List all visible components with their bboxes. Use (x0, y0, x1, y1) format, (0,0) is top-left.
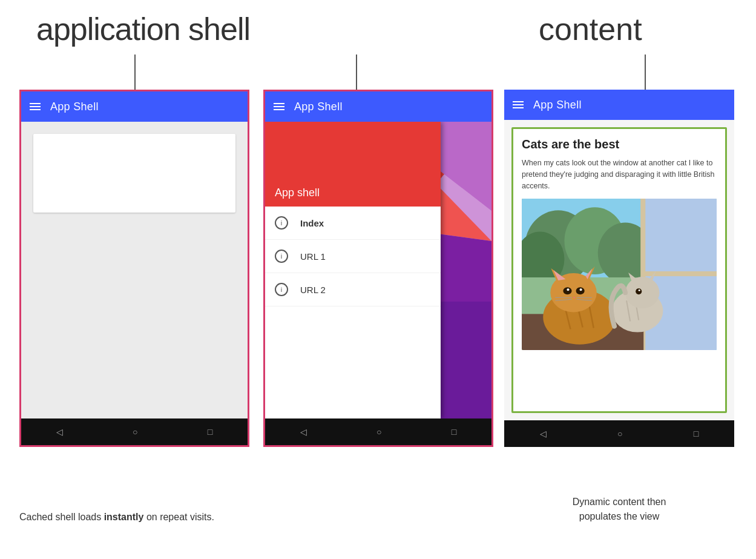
caption-right: Dynamic content then populates the view (504, 495, 734, 524)
drawer-item-url2: i URL 2 (265, 273, 441, 306)
label-content: content (539, 11, 642, 47)
phone3-app-bar: App Shell (504, 90, 734, 120)
phone1-content (21, 122, 248, 418)
arrow-center (356, 55, 357, 94)
label-application-shell: application shell (36, 11, 250, 47)
phone3-content: Cats are the best When my cats look out … (504, 120, 734, 420)
svg-point-27 (576, 287, 585, 294)
info-icon-url1: i (275, 250, 288, 263)
recent-icon: □ (208, 427, 212, 437)
drawer-header: App shell (265, 122, 441, 207)
content-card: Cats are the best When my cats look out … (511, 127, 727, 413)
drawer-label-url2: URL 2 (300, 285, 326, 295)
caption-left-part2: on repeat visits. (143, 512, 214, 522)
phone3-app-title: App Shell (533, 99, 582, 111)
phone2-home-icon: ○ (376, 427, 381, 437)
cat-image (522, 199, 717, 350)
phone3-recent-icon: □ (694, 429, 698, 438)
caption-right-line1: Dynamic content then (573, 497, 666, 507)
svg-point-38 (625, 277, 659, 308)
back-icon: ◁ (56, 427, 63, 437)
drawer-items: i Index i URL 1 i URL 2 (265, 207, 441, 418)
svg-point-29 (580, 288, 582, 291)
drawer-header-title: App shell (275, 187, 320, 199)
drawer-item-index: i Index (265, 207, 441, 240)
phone2-nav-bar: ◁ ○ □ (265, 418, 491, 445)
svg-point-28 (567, 288, 569, 291)
phone3-hamburger-icon (513, 101, 524, 108)
home-icon: ○ (133, 427, 137, 437)
main-container: application shell content App Shell ◁ ○ … (0, 0, 756, 559)
info-icon-index: i (275, 216, 288, 230)
caption-left-part1: Cached shell loads (19, 512, 104, 522)
drawer-label-index: Index (300, 218, 324, 228)
phone1-nav-bar: ◁ ○ □ (21, 418, 248, 445)
drawer-panel: App shell i Index i URL 1 i URL 2 (265, 122, 441, 418)
info-icon-url2: i (275, 283, 288, 296)
phone1-app-bar: App Shell (21, 91, 248, 122)
phone2-back-icon: ◁ (300, 427, 307, 437)
svg-point-41 (636, 288, 642, 294)
svg-point-42 (639, 289, 640, 291)
phone2-app-bar: App Shell (265, 91, 491, 122)
phone3-home-icon: ○ (617, 429, 622, 438)
arrow-left (134, 55, 136, 94)
svg-point-26 (563, 287, 571, 294)
phone3-back-icon: ◁ (540, 429, 547, 438)
phone-1: App Shell ◁ ○ □ (19, 90, 249, 447)
phone-2: App Shell App shell (263, 90, 493, 447)
phone2-overlay: App shell i Index i URL 1 i URL 2 (265, 122, 491, 418)
phone-3: App Shell Cats are the best When my cats… (504, 90, 734, 447)
phone3-nav-bar: ◁ ○ □ (504, 420, 734, 447)
content-text: When my cats look out the window at anot… (522, 157, 717, 191)
phone2-hamburger-icon (274, 103, 284, 110)
hamburger-icon (30, 103, 41, 110)
placeholder-card (33, 134, 235, 213)
phone2-app-title: App Shell (294, 101, 343, 113)
phone1-app-title: App Shell (50, 101, 99, 113)
caption-left-bold: instantly (104, 512, 144, 522)
caption-left: Cached shell loads instantly on repeat v… (19, 511, 249, 524)
phone2-recent-icon: □ (452, 427, 456, 437)
caption-right-line2: populates the view (579, 511, 660, 521)
drawer-item-url1: i URL 1 (265, 240, 441, 273)
drawer-label-url1: URL 1 (300, 251, 326, 262)
arrow-right (645, 55, 646, 94)
content-title: Cats are the best (522, 137, 717, 151)
